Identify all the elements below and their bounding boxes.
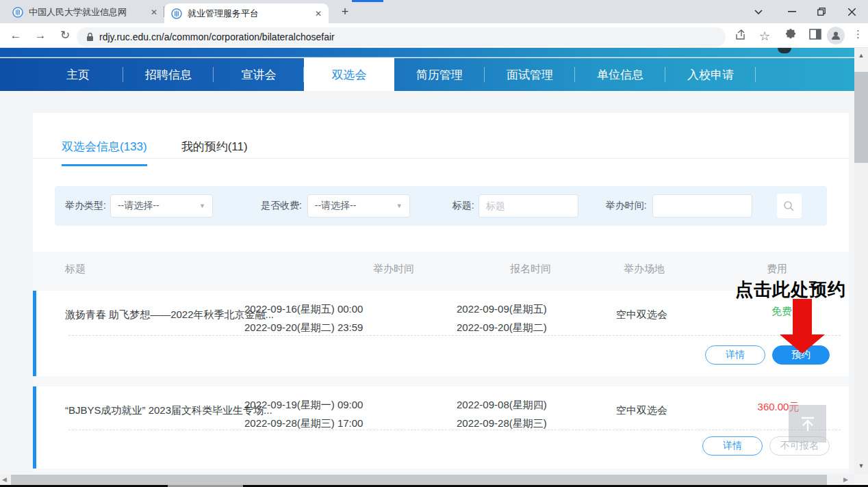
forward-button[interactable]: → bbox=[33, 28, 48, 43]
tab-search-chevron-icon[interactable] bbox=[749, 4, 768, 19]
row-accent-bar bbox=[33, 291, 36, 376]
filter-time-label: 举办时间: bbox=[606, 200, 647, 212]
nav-item-resume-mgmt[interactable]: 简历管理 bbox=[394, 58, 485, 91]
row-accent-bar bbox=[33, 386, 36, 469]
site-banner-strip bbox=[0, 48, 854, 57]
nav-item-home[interactable]: 主页 bbox=[33, 58, 123, 91]
col-fee: 费用 bbox=[767, 263, 787, 276]
filter-type-label: 举办类型: bbox=[65, 200, 106, 212]
scroll-left-icon[interactable]: ◀ bbox=[2, 476, 7, 483]
side-panel-icon[interactable] bbox=[808, 29, 823, 42]
scrollbar-corner bbox=[854, 475, 868, 485]
filter-fee-value: --请选择-- bbox=[315, 200, 357, 212]
browser-tab-ruc-employment[interactable]: 中国人民大学就业信息网 ✕ bbox=[5, 2, 164, 23]
signup-time: 2022-09-08(星期四) 2022-09-28(星期三) bbox=[457, 395, 547, 432]
horizontal-scroll-thumb[interactable] bbox=[11, 475, 827, 485]
tab-title: 中国人民大学就业信息网 bbox=[29, 6, 145, 18]
table-row: “BJBYS成功就业” 2023届文科类毕业生专场... 2022-09-19(… bbox=[33, 386, 849, 469]
detail-button[interactable]: 详情 bbox=[705, 345, 765, 365]
annotation-text: 点击此处预约 bbox=[735, 278, 846, 302]
row-divider bbox=[68, 335, 841, 336]
hold-time: 2022-09-19(星期一) 09:00 2022-09-28(星期三) 17… bbox=[244, 395, 363, 432]
ruc-favicon-icon bbox=[171, 8, 182, 19]
scroll-right-icon[interactable]: ▶ bbox=[843, 476, 848, 483]
nav-item-org-info[interactable]: 单位信息 bbox=[575, 58, 665, 91]
back-button[interactable]: ← bbox=[8, 28, 23, 43]
search-button[interactable] bbox=[777, 194, 802, 218]
lock-icon bbox=[86, 32, 94, 42]
row-divider bbox=[68, 430, 841, 430]
job-fair-card: 双选会信息(133) 我的预约(11) 举办类型: --请选择-- ▼ 是否收费… bbox=[33, 113, 849, 472]
share-icon[interactable] bbox=[732, 29, 748, 42]
filter-type-select[interactable]: --请选择-- ▼ bbox=[110, 194, 213, 218]
nav-item-campus-entry[interactable]: 入校申请 bbox=[665, 58, 756, 91]
tab-my-reservations[interactable]: 我的预约(11) bbox=[181, 139, 248, 166]
col-title: 标题 bbox=[65, 263, 86, 276]
browser-window: 中国人民大学就业信息网 ✕ 就业管理服务平台 ✕ + bbox=[0, 0, 868, 487]
url-text: rdjy.ruc.edu.cn/a/common/corporation/bil… bbox=[99, 31, 335, 42]
filter-bar: 举办类型: --请选择-- ▼ 是否收费: --请选择-- ▼ 标题: 举办时间… bbox=[55, 186, 827, 226]
main-navigation: 主页 招聘信息 宣讲会 双选会 简历管理 面试管理 单位信息 入校申请 bbox=[0, 58, 854, 91]
col-hold-time: 举办时间 bbox=[373, 263, 414, 276]
tab-close-icon[interactable]: ✕ bbox=[151, 8, 157, 16]
nav-item-info-session[interactable]: 宣讲会 bbox=[214, 58, 304, 91]
vertical-scrollbar[interactable]: ▲ ▼ bbox=[854, 48, 868, 475]
minimize-button[interactable] bbox=[782, 4, 802, 19]
tabs-divider bbox=[33, 158, 849, 159]
fair-title[interactable]: “BJBYS成功就业” 2023届文科类毕业生专场... bbox=[65, 401, 272, 419]
tab-job-fair-info[interactable]: 双选会信息(133) bbox=[62, 139, 147, 166]
nav-item-recruit-info[interactable]: 招聘信息 bbox=[123, 58, 214, 91]
col-venue: 举办场地 bbox=[624, 263, 665, 276]
reload-button[interactable]: ↻ bbox=[58, 28, 73, 43]
page-content: 主页 招聘信息 宣讲会 双选会 简历管理 面试管理 单位信息 入校申请 双选会信… bbox=[0, 48, 854, 475]
restore-button[interactable] bbox=[812, 4, 831, 19]
fair-title[interactable]: 激扬青春 助飞梦想——2022年秋季北京金融... bbox=[65, 305, 274, 324]
filter-title-input[interactable] bbox=[478, 194, 578, 218]
table-header: 标题 举办时间 报名时间 举办场地 费用 bbox=[33, 252, 849, 286]
new-tab-button[interactable]: + bbox=[338, 5, 352, 18]
chevron-down-icon: ▼ bbox=[396, 202, 403, 209]
col-signup-time: 报名时间 bbox=[510, 263, 551, 276]
back-to-top-button[interactable] bbox=[789, 405, 826, 443]
filter-title-label: 标题: bbox=[452, 200, 474, 212]
bookmark-star-icon[interactable]: ☆ bbox=[757, 29, 772, 42]
profile-avatar[interactable] bbox=[827, 27, 845, 44]
filter-fee-select[interactable]: --请选择-- ▼ bbox=[307, 194, 410, 218]
browser-menu-icon[interactable]: ⋮ bbox=[853, 28, 863, 40]
annotation-arrow-icon bbox=[780, 299, 825, 354]
hold-time: 2022-09-16(星期五) 00:00 2022-09-20(星期二) 23… bbox=[244, 300, 363, 337]
browser-tab-job-service-platform[interactable]: 就业管理服务平台 ✕ bbox=[164, 3, 329, 23]
vertical-scroll-thumb[interactable] bbox=[854, 72, 868, 163]
chevron-down-icon: ▼ bbox=[199, 202, 205, 209]
tab-title: 就业管理服务平台 bbox=[188, 8, 309, 20]
horizontal-scrollbar[interactable]: ◀ ▶ bbox=[0, 475, 854, 485]
scroll-up-icon[interactable]: ▲ bbox=[854, 52, 868, 59]
tab-close-icon[interactable]: ✕ bbox=[315, 10, 322, 18]
table-row: 激扬青春 助飞梦想——2022年秋季北京金融... 2022-09-16(星期五… bbox=[33, 291, 849, 376]
signup-time: 2022-09-09(星期五) 2022-09-20(星期二) bbox=[457, 300, 547, 337]
nav-item-interview-mgmt[interactable]: 面试管理 bbox=[485, 58, 575, 91]
card-tabs: 双选会信息(133) 我的预约(11) bbox=[62, 139, 248, 166]
address-bar[interactable]: rdjy.ruc.edu.cn/a/common/corporation/bil… bbox=[77, 27, 726, 47]
search-icon bbox=[783, 200, 795, 212]
close-window-button[interactable] bbox=[842, 4, 861, 19]
filter-type-value: --请选择-- bbox=[118, 200, 159, 212]
scroll-down-icon[interactable]: ▼ bbox=[854, 462, 868, 469]
venue: 空中双选会 bbox=[616, 401, 667, 419]
ruc-favicon-icon bbox=[12, 7, 23, 18]
user-avatar-partial bbox=[778, 48, 791, 53]
detail-button[interactable]: 详情 bbox=[702, 436, 763, 456]
loading-indicator bbox=[352, 0, 383, 2]
filter-fee-label: 是否收费: bbox=[261, 200, 302, 212]
top-arrow-icon bbox=[797, 414, 818, 434]
extensions-puzzle-icon[interactable] bbox=[783, 29, 798, 42]
nav-item-job-fair[interactable]: 双选会 bbox=[304, 58, 394, 91]
venue: 空中双选会 bbox=[616, 305, 667, 324]
browser-tab-strip: 中国人民大学就业信息网 ✕ 就业管理服务平台 ✕ + bbox=[0, 0, 868, 23]
filter-time-input[interactable] bbox=[652, 194, 752, 218]
